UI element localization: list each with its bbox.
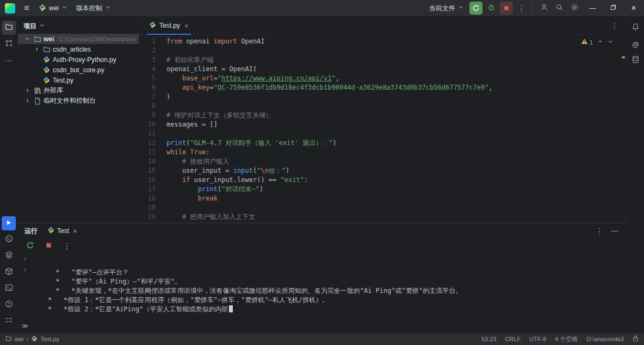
run-config-widget[interactable]: 当前文件 xyxy=(425,1,468,16)
console-more-button[interactable]: ⋮ xyxy=(59,239,75,254)
close-tab-icon[interactable]: × xyxy=(184,22,189,29)
code-line[interactable]: while True: xyxy=(166,148,627,157)
todo-button[interactable] xyxy=(2,314,16,328)
restore-button[interactable] xyxy=(603,0,623,16)
packages-button[interactable] xyxy=(2,265,16,279)
line-number[interactable]: 14 xyxy=(139,157,156,166)
chevron-right-icon[interactable] xyxy=(33,46,40,52)
code-line[interactable]: from openai import OpenAI xyxy=(166,37,627,46)
code-line[interactable]: print("对话结束~") xyxy=(166,185,627,194)
line-number[interactable]: 19 xyxy=(139,203,156,212)
code-line[interactable]: api_key="QC-759e8536f1db9d18ec4f3dcb1b90… xyxy=(166,83,627,92)
editor-tab-testpy[interactable]: Test.py × xyxy=(144,17,194,34)
console-line[interactable]: * *假设 2：*它是"AiPing"（平安人工智能或类似的内部 xyxy=(32,305,627,314)
code-line[interactable] xyxy=(166,203,627,212)
python-interpreter[interactable]: D:\anaconda3 xyxy=(587,336,624,342)
scroll-to-end-icon[interactable]: ≫ xyxy=(20,321,30,331)
code-line[interactable] xyxy=(166,46,627,55)
line-number[interactable]: 15 xyxy=(139,166,156,175)
project-panel-header[interactable]: 项目 xyxy=(18,18,139,34)
tree-item[interactable]: weiC:\Users\ws199\Desktop\wei xyxy=(18,34,139,44)
code-line[interactable]: openai_client = OpenAI( xyxy=(166,65,627,74)
line-separator[interactable]: CRLF xyxy=(505,336,521,342)
problems-button[interactable] xyxy=(2,298,16,312)
code-line[interactable]: # 维护对话上下文（多轮交互关键） xyxy=(166,111,627,120)
stop-button[interactable] xyxy=(499,1,514,16)
code-line[interactable]: # 接收用户输入 xyxy=(166,157,627,166)
database-button[interactable] xyxy=(629,53,643,67)
line-number[interactable]: 3 xyxy=(139,55,156,65)
vcs-widget[interactable]: 版本控制 xyxy=(72,1,115,16)
hide-tool-window-button[interactable]: — xyxy=(607,223,622,239)
more-tool-windows-button[interactable]: ⋯ xyxy=(2,53,16,67)
lock-icon[interactable] xyxy=(633,335,639,343)
up-arrow-icon[interactable]: ↑ xyxy=(20,254,30,264)
line-number[interactable]: 4 xyxy=(139,65,156,74)
line-number[interactable]: 11 xyxy=(139,129,156,139)
code-line[interactable]: break xyxy=(166,194,627,203)
code-line[interactable]: if user_input.lower() == "exit": xyxy=(166,175,627,185)
line-number[interactable]: 13 xyxy=(139,148,156,157)
services-button[interactable] xyxy=(2,249,16,263)
main-menu-button[interactable]: ≡ xyxy=(19,1,34,16)
console-line[interactable]: * *假设 1：*它是一个利基应用程序（例如，"爱拼车"—拼车，"爱拼机"—私人… xyxy=(32,296,627,305)
file-encoding[interactable]: UTF-8 xyxy=(529,336,546,342)
console-line[interactable]: * *关键发现，*在中文互联网俚语或常用语境中，没有像淘宝或微信那样众所周知的、… xyxy=(32,286,627,296)
caret-position[interactable]: 53:23 xyxy=(481,336,497,342)
code-line[interactable]: messages.append({"role": "user", "conten… xyxy=(166,222,627,223)
console-line[interactable]: * "爱平"（Ài Píng）—"和平/平安"。 xyxy=(32,277,627,286)
tree-item[interactable]: Auth-Proxy-Python.py xyxy=(18,54,139,65)
search-everywhere-button[interactable] xyxy=(552,1,567,16)
code-with-me-button[interactable] xyxy=(536,1,552,16)
project-tool-button[interactable] xyxy=(2,21,16,35)
tree-item[interactable]: 外部库 xyxy=(18,85,139,96)
code-line[interactable]: print("GLM-4.7 对话助手（输入 'exit' 退出）：") xyxy=(166,139,627,148)
line-number[interactable]: 21 xyxy=(139,222,156,223)
close-tab-icon[interactable]: × xyxy=(73,228,77,235)
breadcrumb[interactable]: wei › Test.py xyxy=(5,335,59,343)
code-line[interactable]: ) xyxy=(166,92,627,102)
rerun-button[interactable] xyxy=(22,239,38,254)
breadcrumb-root[interactable]: wei xyxy=(15,336,24,342)
code-line[interactable]: # 把用户输入加入上下文 xyxy=(166,212,627,222)
run-panel-options-button[interactable]: ⋮ xyxy=(592,223,607,239)
line-number[interactable]: 9 xyxy=(139,111,156,120)
line-number[interactable]: 17 xyxy=(139,185,156,194)
python-console-button[interactable] xyxy=(2,233,16,247)
stop-button[interactable] xyxy=(41,239,56,254)
line-number[interactable]: 7 xyxy=(139,92,156,102)
project-widget[interactable]: wei xyxy=(34,1,72,16)
chevron-down-icon[interactable] xyxy=(23,36,31,42)
line-number[interactable]: 18 xyxy=(139,194,156,203)
tree-item[interactable]: 临时文件和控制台 xyxy=(18,96,139,106)
prev-problem-icon[interactable] xyxy=(597,38,603,47)
minimize-button[interactable]: — xyxy=(582,0,603,16)
rerun-button[interactable] xyxy=(468,1,484,16)
line-number[interactable]: 6 xyxy=(139,83,156,92)
console-output[interactable]: * "爱评"—点评平台？ * "爱平"（Ài Píng）—"和平/平安"。 * … xyxy=(32,254,627,333)
tree-item[interactable]: csdn_articles xyxy=(18,44,139,54)
close-button[interactable]: × xyxy=(623,0,644,16)
editor-options-button[interactable]: ⋮ xyxy=(607,18,622,33)
run-panel-title[interactable]: 运行 xyxy=(22,227,38,236)
down-arrow-icon[interactable]: ↓ xyxy=(20,264,30,274)
next-problem-icon[interactable] xyxy=(608,38,614,47)
tree-item[interactable]: Test.py xyxy=(18,75,139,85)
chevron-right-icon[interactable] xyxy=(23,98,31,104)
settings-button[interactable] xyxy=(567,1,582,16)
run-tab-test[interactable]: Test × xyxy=(44,223,81,239)
code-line[interactable] xyxy=(166,129,627,139)
terminal-button[interactable] xyxy=(2,281,16,296)
chevron-right-icon[interactable] xyxy=(23,87,31,93)
line-number[interactable]: 10 xyxy=(139,120,156,129)
console-line[interactable]: * "爱评"—点评平台？ xyxy=(32,268,627,277)
code-line[interactable]: base_url="https://www.aiping.cn/api/v1", xyxy=(166,74,627,83)
editor-scrollbar[interactable] xyxy=(620,35,627,223)
indent-style[interactable]: 4 个空格 xyxy=(555,335,578,343)
line-number[interactable]: 1 xyxy=(139,37,156,46)
warning-stripe-mark[interactable] xyxy=(622,57,625,58)
debug-button[interactable] xyxy=(484,1,499,16)
ai-assistant-button[interactable]: @ xyxy=(629,37,643,51)
more-actions-button[interactable]: ⋮ xyxy=(514,1,529,16)
editor-gutter[interactable]: 123456789101112131415161718192021222324 xyxy=(139,37,164,223)
